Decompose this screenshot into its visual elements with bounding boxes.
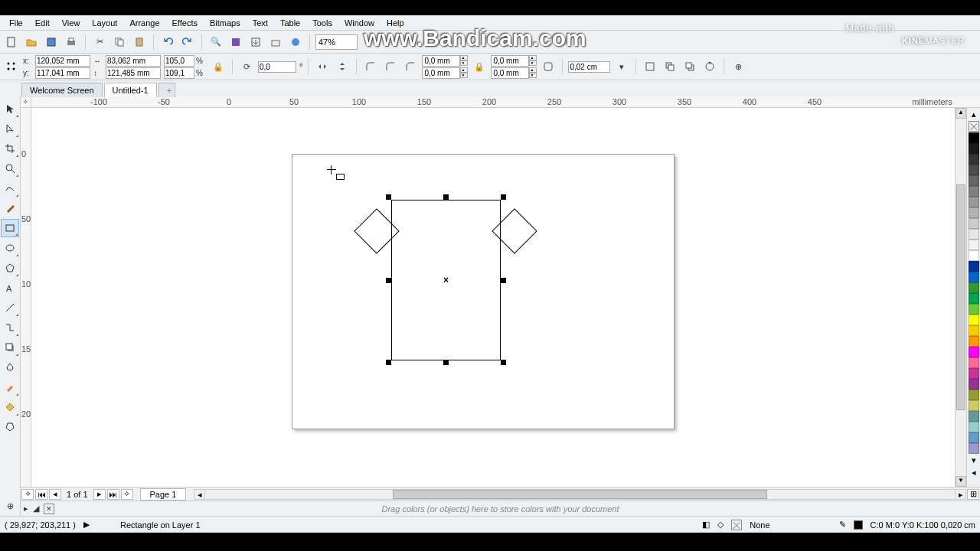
smart-fill-icon[interactable] xyxy=(1,418,19,436)
color-swatch[interactable] xyxy=(969,282,979,293)
to-back-icon[interactable] xyxy=(681,58,698,75)
menu-layout[interactable]: Layout xyxy=(86,17,123,29)
prev-page-icon[interactable]: ◂ xyxy=(49,489,61,500)
color-swatch[interactable] xyxy=(969,175,979,186)
corner-tr-input[interactable] xyxy=(491,55,529,67)
color-swatch[interactable] xyxy=(969,411,979,422)
color-swatch[interactable] xyxy=(969,443,979,454)
no-color-swatch[interactable] xyxy=(967,120,980,132)
crop-tool-icon[interactable] xyxy=(1,139,19,158)
color-swatch[interactable] xyxy=(969,379,979,390)
vertical-scrollbar[interactable]: ✕ ▲ ▼ xyxy=(955,108,966,487)
menu-arrange[interactable]: Arrange xyxy=(123,17,165,29)
scale-y-input[interactable] xyxy=(164,67,194,79)
first-page-icon[interactable]: ⏮ xyxy=(35,489,47,500)
ellipse-tool-icon[interactable] xyxy=(1,239,19,257)
menu-edit[interactable]: Edit xyxy=(29,17,56,29)
color-swatch[interactable] xyxy=(969,368,979,379)
pick-tool-icon[interactable] xyxy=(1,99,19,118)
tab-welcome[interactable]: Welcome Screen xyxy=(21,83,103,97)
color-swatch[interactable] xyxy=(969,357,979,368)
color-swatch[interactable] xyxy=(969,207,979,218)
zoom-tool-icon[interactable] xyxy=(1,159,19,178)
color-swatch[interactable] xyxy=(969,165,979,175)
tab-add[interactable]: + xyxy=(158,83,175,97)
color-swatch[interactable] xyxy=(969,250,979,261)
last-page-icon[interactable]: ⏭ xyxy=(107,489,119,500)
corner-scallop-icon[interactable] xyxy=(382,58,399,75)
corner-round-icon[interactable] xyxy=(362,58,379,75)
color-swatch[interactable] xyxy=(969,293,979,304)
doc-palette-noclr-icon[interactable]: ✕ xyxy=(44,504,54,514)
add-page-after-icon[interactable]: ✧ xyxy=(121,489,133,500)
scroll-right-icon[interactable]: ▸ xyxy=(955,490,965,499)
outline-width-input[interactable] xyxy=(568,61,610,73)
mirror-h-icon[interactable] xyxy=(314,58,331,75)
color-swatch[interactable] xyxy=(969,325,979,336)
outline-color-chip[interactable] xyxy=(854,520,863,530)
doc-palette-eyedrop-icon[interactable]: ◢ xyxy=(33,504,39,514)
scroll-left-icon[interactable]: ◂ xyxy=(194,490,205,499)
shape-tool-icon[interactable] xyxy=(1,119,19,138)
save-icon[interactable] xyxy=(43,34,60,51)
import-icon[interactable] xyxy=(227,34,244,51)
palette-flyout-icon[interactable]: ◂ xyxy=(967,466,980,478)
page-tab[interactable]: Page 1 xyxy=(140,488,187,500)
scale-x-input[interactable] xyxy=(164,55,194,67)
selection-handle[interactable] xyxy=(386,194,391,200)
corner-bl-input[interactable] xyxy=(422,67,460,79)
ruler-origin-icon[interactable]: ✧ xyxy=(21,97,31,108)
selection-handle[interactable] xyxy=(443,360,449,365)
freehand-tool-icon[interactable] xyxy=(1,179,19,197)
artistic-media-icon[interactable] xyxy=(1,199,19,217)
print-icon[interactable] xyxy=(63,34,80,51)
lock-ratio-icon[interactable]: 🔒 xyxy=(210,58,227,75)
connector-tool-icon[interactable] xyxy=(1,318,19,337)
scroll-down-icon[interactable]: ▼ xyxy=(956,476,966,487)
fill-none-icon[interactable] xyxy=(731,520,742,530)
to-front-icon[interactable] xyxy=(662,58,678,75)
open-icon[interactable] xyxy=(23,34,40,51)
color-swatch[interactable] xyxy=(969,261,979,272)
width-input[interactable] xyxy=(106,55,161,67)
palette-scroll-down-icon[interactable]: ▾ xyxy=(967,454,980,466)
color-proof-icon[interactable]: ◧ xyxy=(702,520,710,530)
rotation-input[interactable] xyxy=(258,61,296,73)
app-launcher-icon[interactable] xyxy=(287,34,304,51)
selection-center-icon[interactable]: × xyxy=(443,275,449,285)
selection-handle[interactable] xyxy=(501,278,506,283)
selection-handle[interactable] xyxy=(501,194,506,200)
color-swatch[interactable] xyxy=(969,336,979,347)
convert-curves-icon[interactable] xyxy=(701,58,718,75)
vertical-ruler[interactable]: 0 50 100 150 200 xyxy=(21,108,31,487)
search-icon[interactable]: 🔍 xyxy=(207,34,224,51)
corner-br-input[interactable] xyxy=(491,67,529,79)
color-swatch[interactable] xyxy=(969,154,979,165)
canvas[interactable]: × ✕ ▲ ▼ xyxy=(31,108,966,487)
horizontal-ruler[interactable]: -100 -50 0 50 100 150 200 250 300 350 40… xyxy=(31,97,980,108)
menu-file[interactable]: File xyxy=(3,17,29,29)
color-swatch[interactable] xyxy=(969,186,979,197)
nav-view-icon[interactable]: ⊞ xyxy=(967,489,979,500)
parallel-dim-icon[interactable] xyxy=(1,298,19,317)
relative-corner-icon[interactable] xyxy=(540,58,557,75)
origin-icon[interactable] xyxy=(3,58,20,75)
menu-bitmaps[interactable]: Bitmaps xyxy=(204,17,247,29)
text-tool-icon[interactable]: A xyxy=(1,279,19,297)
selection-handle[interactable] xyxy=(386,278,391,283)
color-swatch[interactable] xyxy=(969,218,979,229)
cut-icon[interactable]: ✂ xyxy=(91,34,108,51)
outline-dropdown-icon[interactable]: ▾ xyxy=(613,58,630,75)
color-swatch[interactable] xyxy=(969,432,979,443)
drop-shadow-icon[interactable] xyxy=(1,338,19,357)
scroll-thumb[interactable] xyxy=(956,184,965,410)
add-page-icon[interactable]: ✧ xyxy=(21,489,34,500)
export-icon[interactable] xyxy=(247,34,264,51)
x-input[interactable] xyxy=(35,55,90,67)
quick-customize-tool-icon[interactable]: ⊕ xyxy=(1,497,19,515)
color-swatch[interactable] xyxy=(969,400,979,411)
color-swatch[interactable] xyxy=(969,240,979,250)
color-swatch[interactable] xyxy=(969,304,979,315)
rectangle-tool-icon[interactable] xyxy=(1,219,19,237)
publish-icon[interactable] xyxy=(267,34,284,51)
